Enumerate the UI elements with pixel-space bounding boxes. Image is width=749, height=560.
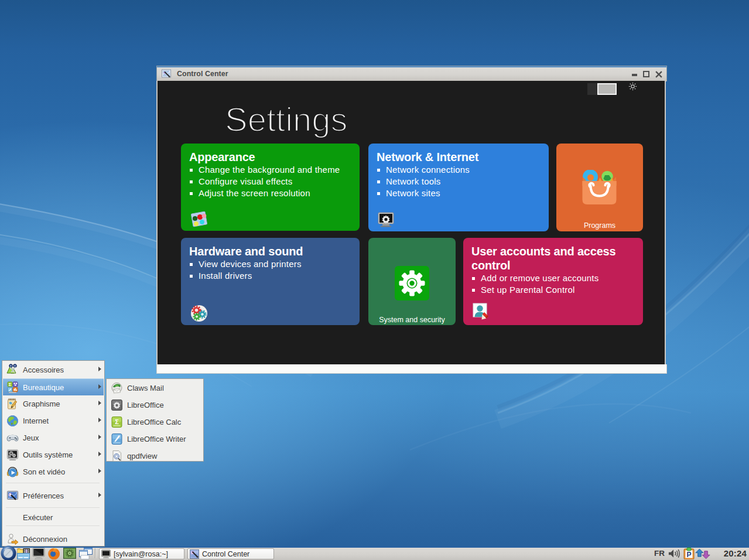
- svg-text:Σ: Σ: [9, 382, 12, 387]
- svg-text:Σ: Σ: [115, 418, 119, 425]
- svg-text:Settings: Settings: [225, 100, 348, 138]
- svg-text:P: P: [686, 551, 691, 559]
